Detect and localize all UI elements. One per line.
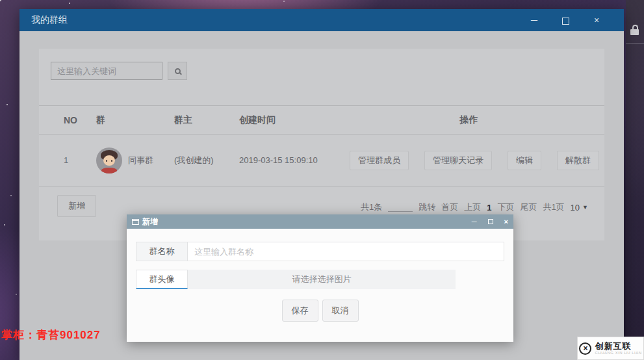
modal-titlebar: 新增 ─ × bbox=[127, 214, 513, 229]
content-card: NO 群 群主 创建时间 操作 1 同事群 (我创建的) 2019-03-15 bbox=[39, 49, 604, 240]
group-cell: 同事群 bbox=[96, 148, 174, 174]
window-controls: ─ × bbox=[519, 9, 612, 31]
search-input[interactable] bbox=[51, 62, 162, 80]
table-header: NO 群 群主 创建时间 操作 bbox=[39, 105, 604, 135]
brand-name: 创新互联 bbox=[595, 342, 641, 351]
group-name-input[interactable] bbox=[188, 242, 504, 261]
panel-divider bbox=[626, 43, 644, 44]
group-name-label: 群名称 bbox=[136, 242, 188, 261]
shop-owner-watermark: 掌柜：青苔901027 bbox=[1, 328, 101, 342]
manage-chat-log-button[interactable]: 管理聊天记录 bbox=[424, 151, 492, 170]
jump-button[interactable]: 跳转 bbox=[419, 201, 435, 213]
first-page-link[interactable]: 首页 bbox=[441, 201, 458, 213]
window-icon bbox=[132, 219, 139, 225]
add-group-modal: 新增 ─ × 群名称 群头像 请选择选择图片 保存 取消 bbox=[127, 214, 513, 342]
modal-controls: ─ × bbox=[472, 214, 508, 229]
window-titlebar: 我的群组 ─ × bbox=[19, 9, 624, 31]
system-side-panel bbox=[626, 0, 644, 360]
row-actions: 管理群成员 管理聊天记录 编辑 解散群 bbox=[350, 151, 599, 170]
group-owner: (我创建的) bbox=[174, 155, 239, 166]
current-page: 1 bbox=[487, 203, 491, 212]
desktop: 我的群组 ─ × NO 群 群主 创建时间 操作 1 bbox=[0, 0, 644, 360]
pagination-total: 共1条 bbox=[361, 201, 382, 213]
header-group: 群 bbox=[96, 114, 174, 126]
page-size-select[interactable]: 10 ▼ bbox=[571, 203, 588, 212]
group-avatar bbox=[96, 148, 122, 174]
modal-title: 新增 bbox=[142, 216, 158, 227]
maximize-icon[interactable] bbox=[550, 9, 581, 31]
edit-button[interactable]: 编辑 bbox=[508, 151, 541, 170]
brand-watermark: × 创新互联 CHUANG XIN HU LIAN bbox=[577, 337, 644, 360]
group-name-row: 群名称 bbox=[136, 242, 504, 261]
header-no: NO bbox=[64, 115, 96, 125]
group-name: 同事群 bbox=[128, 155, 153, 166]
add-button[interactable]: 新增 bbox=[57, 195, 96, 217]
manage-members-button[interactable]: 管理群成员 bbox=[350, 151, 409, 170]
pagination: 共1条 跳转 首页 上页 1 下页 尾页 共1页 10 ▼ bbox=[361, 201, 588, 213]
search-icon bbox=[175, 68, 181, 74]
group-avatar-row: 群头像 请选择选择图片 bbox=[136, 270, 504, 289]
header-owner: 群主 bbox=[174, 114, 239, 126]
modal-buttons: 保存 取消 bbox=[136, 300, 504, 322]
modal-maximize-icon[interactable] bbox=[488, 214, 493, 229]
chevron-down-icon: ▼ bbox=[582, 204, 588, 211]
next-page-link[interactable]: 下页 bbox=[497, 201, 514, 213]
lock-icon[interactable] bbox=[630, 25, 639, 35]
group-avatar-label: 群头像 bbox=[136, 270, 188, 289]
cancel-button[interactable]: 取消 bbox=[322, 300, 359, 322]
minimize-icon[interactable]: ─ bbox=[519, 9, 550, 31]
image-picker[interactable]: 请选择选择图片 bbox=[188, 270, 456, 289]
disband-group-button[interactable]: 解散群 bbox=[557, 151, 599, 170]
close-icon[interactable]: × bbox=[581, 9, 612, 31]
save-button[interactable]: 保存 bbox=[282, 300, 318, 322]
row-no: 1 bbox=[64, 155, 96, 165]
last-page-link[interactable]: 尾页 bbox=[520, 201, 537, 213]
group-created: 2019-03-15 15:09:10 bbox=[239, 155, 350, 165]
brand-logo-icon: × bbox=[579, 342, 591, 355]
modal-body: 群名称 群头像 请选择选择图片 保存 取消 bbox=[127, 229, 513, 322]
wallpaper-stars bbox=[0, 0, 1, 1]
prev-page-link[interactable]: 上页 bbox=[464, 201, 481, 213]
pagination-pages: 共1页 bbox=[543, 201, 564, 213]
window-title: 我的群组 bbox=[31, 14, 68, 26]
brand-subtitle: CHUANG XIN HU LIAN bbox=[595, 351, 641, 355]
table-row: 1 同事群 (我创建的) 2019-03-15 15:09:10 管理群成员 管… bbox=[39, 135, 604, 186]
search-button[interactable] bbox=[168, 62, 187, 80]
modal-minimize-icon[interactable]: ─ bbox=[472, 214, 477, 229]
header-actions: 操作 bbox=[350, 114, 588, 126]
modal-close-icon[interactable]: × bbox=[504, 214, 508, 229]
header-created: 创建时间 bbox=[239, 114, 350, 126]
page-jump-input[interactable] bbox=[388, 203, 413, 212]
